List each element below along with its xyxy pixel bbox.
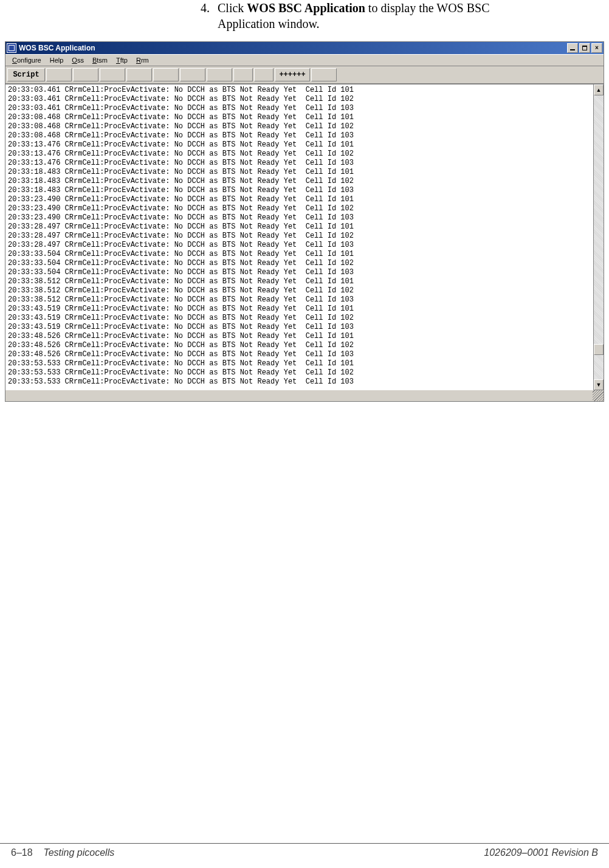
app-icon: [7, 43, 16, 53]
log-row: 20:33:08.468 CRrmCell:ProcEvActivate: No…: [8, 113, 593, 122]
log-row: 20:33:48.526 CRrmCell:ProcEvActivate: No…: [8, 350, 593, 359]
plus-button[interactable]: ++++++: [275, 68, 310, 81]
log-row: 20:33:33.504 CRrmCell:ProcEvActivate: No…: [8, 250, 593, 259]
toolbar-slot-8[interactable]: [233, 68, 253, 81]
instruction-step: 4. Click WOS BSC Application to display …: [201, 0, 541, 32]
log-row: 20:33:13.476 CRrmCell:ProcEvActivate: No…: [8, 150, 593, 159]
statusbar: [5, 390, 604, 401]
maximize-button[interactable]: [579, 43, 590, 53]
footer-left: 6–18 Testing picocells: [11, 847, 114, 858]
toolbar-slot-5[interactable]: [153, 68, 179, 81]
log-row: 20:33:28.497 CRrmCell:ProcEvActivate: No…: [8, 241, 593, 250]
log-row: 20:33:08.468 CRrmCell:ProcEvActivate: No…: [8, 122, 593, 131]
log-row: 20:33:03.461 CRrmCell:ProcEvActivate: No…: [8, 86, 593, 95]
footer-rule: [0, 843, 609, 844]
log-row: 20:33:38.512 CRrmCell:ProcEvActivate: No…: [8, 295, 593, 305]
menu-oss[interactable]: Oss: [67, 56, 88, 64]
log-row: 20:33:13.476 CRrmCell:ProcEvActivate: No…: [8, 159, 593, 168]
log-row: 20:33:38.512 CRrmCell:ProcEvActivate: No…: [8, 277, 593, 286]
log-row: 20:33:28.497 CRrmCell:ProcEvActivate: No…: [8, 222, 593, 232]
log-row: 20:33:38.512 CRrmCell:ProcEvActivate: No…: [8, 286, 593, 295]
toolbar: Script ++++++: [5, 66, 604, 84]
log-row: 20:33:03.461 CRrmCell:ProcEvActivate: No…: [8, 104, 593, 113]
log-row: 20:33:48.526 CRrmCell:ProcEvActivate: No…: [8, 332, 593, 341]
minimize-button[interactable]: [567, 43, 578, 53]
toolbar-slot-4[interactable]: [126, 68, 152, 81]
menu-configure[interactable]: Configure: [8, 56, 46, 64]
instruction-number: 4.: [201, 0, 218, 32]
toolbar-slot-3[interactable]: [100, 68, 125, 81]
menu-tftp[interactable]: Tftp: [112, 56, 132, 64]
resize-grip-icon[interactable]: [593, 390, 604, 401]
menu-rrm[interactable]: Rrm: [132, 56, 153, 64]
content-area: 20:33:03.461 CRrmCell:ProcEvActivate: No…: [5, 84, 604, 401]
page-footer: 6–18 Testing picocells 1026209–0001 Revi…: [0, 847, 609, 858]
log-row: 20:33:53.533 CRrmCell:ProcEvActivate: No…: [8, 359, 593, 368]
toolbar-slot-1[interactable]: [46, 68, 72, 81]
log-row: 20:33:33.504 CRrmCell:ProcEvActivate: No…: [8, 268, 593, 277]
scroll-down-button[interactable]: ▼: [594, 379, 604, 390]
menubar: Configure Help Oss Btsm Tftp Rrm: [5, 54, 604, 66]
log-row: 20:33:53.533 CRrmCell:ProcEvActivate: No…: [8, 377, 593, 387]
menu-btsm[interactable]: Btsm: [88, 56, 112, 64]
log-row: 20:33:43.519 CRrmCell:ProcEvActivate: No…: [8, 305, 593, 314]
log-row: 20:33:08.468 CRrmCell:ProcEvActivate: No…: [8, 131, 593, 140]
log-row: 20:33:53.533 CRrmCell:ProcEvActivate: No…: [8, 368, 593, 377]
toolbar-slot-6[interactable]: [180, 68, 205, 81]
toolbar-slot-10[interactable]: [311, 68, 337, 81]
toolbar-slot-9[interactable]: [254, 68, 274, 81]
log-row: 20:33:23.490 CRrmCell:ProcEvActivate: No…: [8, 195, 593, 204]
log-output: 20:33:03.461 CRrmCell:ProcEvActivate: No…: [5, 84, 594, 390]
scroll-thumb[interactable]: [594, 344, 604, 355]
log-row: 20:33:13.476 CRrmCell:ProcEvActivate: No…: [8, 140, 593, 150]
log-row: 20:33:18.483 CRrmCell:ProcEvActivate: No…: [8, 186, 593, 195]
log-row: 20:33:43.519 CRrmCell:ProcEvActivate: No…: [8, 323, 593, 332]
log-row: 20:33:28.497 CRrmCell:ProcEvActivate: No…: [8, 232, 593, 241]
toolbar-slot-7[interactable]: [207, 68, 232, 81]
scroll-up-button[interactable]: ▲: [594, 84, 604, 95]
scroll-track[interactable]: [594, 95, 604, 379]
wos-bsc-application-window: WOS BSC Application × Configure Help Oss…: [5, 41, 604, 402]
close-button[interactable]: ×: [591, 43, 602, 53]
log-row: 20:33:48.526 CRrmCell:ProcEvActivate: No…: [8, 341, 593, 350]
log-row: 20:33:33.504 CRrmCell:ProcEvActivate: No…: [8, 259, 593, 268]
log-row: 20:33:43.519 CRrmCell:ProcEvActivate: No…: [8, 314, 593, 323]
window-controls: ×: [567, 43, 602, 53]
instruction-body: Click WOS BSC Application to display the…: [218, 0, 541, 32]
menu-help[interactable]: Help: [46, 56, 68, 64]
script-button[interactable]: Script: [7, 68, 45, 81]
log-row: 20:33:18.483 CRrmCell:ProcEvActivate: No…: [8, 168, 593, 177]
window-title: WOS BSC Application: [19, 44, 567, 52]
log-row: 20:33:23.490 CRrmCell:ProcEvActivate: No…: [8, 204, 593, 213]
toolbar-slot-2[interactable]: [73, 68, 98, 81]
log-row: 20:33:18.483 CRrmCell:ProcEvActivate: No…: [8, 177, 593, 186]
footer-right: 1026209–0001 Revision B: [484, 847, 598, 858]
titlebar[interactable]: WOS BSC Application ×: [5, 42, 604, 54]
log-row: 20:33:23.490 CRrmCell:ProcEvActivate: No…: [8, 213, 593, 222]
vertical-scrollbar[interactable]: ▲ ▼: [593, 84, 604, 390]
log-row: 20:33:03.461 CRrmCell:ProcEvActivate: No…: [8, 95, 593, 104]
